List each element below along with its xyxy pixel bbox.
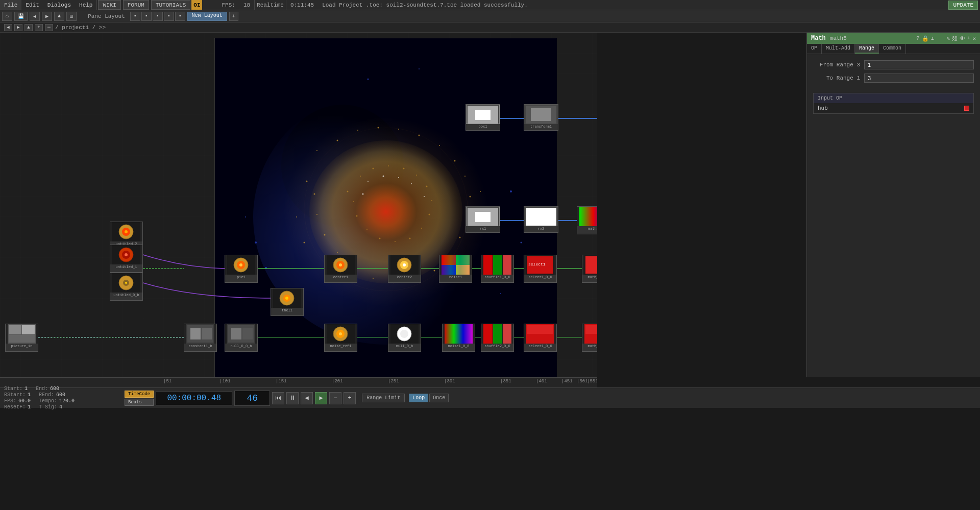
node-transform1[interactable]: transform1 — [524, 104, 558, 131]
breadcrumb-menu[interactable]: ⋯ — [45, 24, 53, 31]
loop-button[interactable]: Loop — [409, 394, 428, 402]
lock-icon[interactable]: 🔒 — [922, 35, 929, 42]
node-shuffle1[interactable]: shuffle1_0_0 — [481, 255, 514, 283]
panel-tabs: OP Mult-Add Range Common — [807, 44, 980, 54]
tab-common[interactable]: Common — [879, 44, 906, 54]
node-null2[interactable]: null_0_b — [388, 324, 421, 352]
close-icon[interactable]: ✕ — [972, 35, 976, 42]
layout-btn-1[interactable]: ▪ — [130, 12, 140, 21]
node-center2[interactable]: center2 — [388, 255, 421, 283]
svg-rect-143 — [503, 324, 511, 344]
svg-rect-132 — [242, 328, 253, 339]
breadcrumb-back[interactable]: ◀ — [4, 24, 12, 31]
node-center1[interactable]: center1 — [324, 255, 357, 283]
layout-btn-5[interactable]: ▪ — [175, 12, 185, 21]
node-theli[interactable]: theli — [271, 288, 304, 316]
node-noise3[interactable]: noise1_0_0 — [442, 324, 475, 352]
menu-file[interactable]: File — [0, 0, 21, 10]
plus-button[interactable]: + — [344, 392, 356, 404]
toolbar-save-btn[interactable]: 💾 — [14, 12, 28, 21]
once-button[interactable]: Once — [429, 394, 449, 402]
toolbar-up[interactable]: ▲ — [54, 12, 64, 21]
node-noise2[interactable]: noise_ref1 — [324, 324, 357, 352]
tab-mult-add[interactable]: Mult-Add — [822, 44, 855, 54]
range-limit-label: Range Limit — [362, 394, 405, 402]
new-layout-button[interactable]: New Layout — [187, 12, 227, 21]
node-picture[interactable]: picture_in — [5, 324, 38, 352]
svg-rect-140 — [445, 324, 473, 344]
to-range-input[interactable] — [864, 74, 974, 83]
update-button[interactable]: UPDATE — [948, 1, 978, 10]
rewind-button[interactable]: ⏮ — [272, 392, 284, 404]
node-shuffle2[interactable]: shuffle2_0_0 — [481, 324, 514, 352]
help-icon[interactable]: ? — [916, 35, 920, 42]
menu-edit[interactable]: Edit — [21, 0, 43, 10]
node-null2-label: null_0_b — [388, 344, 421, 349]
breadcrumb-up[interactable]: ▲ — [24, 24, 33, 31]
svg-point-65 — [368, 181, 369, 182]
node-null1[interactable]: null_0_0_b — [225, 324, 258, 352]
pause-button[interactable]: ⏸ — [286, 392, 299, 404]
ruler-mark-301: |301 — [444, 379, 455, 384]
node-math3[interactable]: math1 — [577, 206, 597, 234]
node-rx1[interactable]: rx1 — [465, 206, 500, 233]
back-frame-button[interactable]: ◀ — [301, 392, 313, 404]
timecode-mode-button[interactable]: TimeCode — [125, 391, 154, 398]
info-icon[interactable]: i — [931, 35, 935, 42]
svg-point-56 — [431, 200, 432, 201]
svg-point-139 — [400, 330, 408, 338]
svg-point-156 — [285, 297, 288, 300]
breadcrumb-forward[interactable]: ▶ — [14, 24, 22, 31]
panel-content: From Range 3 To Range 1 Input OP hub — [807, 54, 980, 120]
node-untitled0[interactable]: untitled_0_b — [110, 273, 143, 301]
menu-oi[interactable]: OI — [191, 0, 202, 10]
node-box1[interactable]: box1 — [465, 104, 500, 131]
svg-point-70 — [424, 196, 425, 197]
panel-header: Math math5 ? 🔒 i ✎ ⛓ 👁 + ✕ — [807, 33, 980, 44]
toolbar-nav-back[interactable]: ◀ — [30, 12, 40, 21]
toolbar-home-btn[interactable]: ⌂ — [2, 12, 12, 21]
tab-range[interactable]: Range — [855, 44, 879, 54]
from-range-input[interactable] — [864, 60, 974, 69]
node-pic1-label: pic1 — [225, 275, 257, 280]
node-constant1[interactable]: constant1_b — [184, 324, 217, 352]
svg-point-22 — [306, 181, 308, 182]
rstart-label: RStart: — [4, 392, 26, 398]
toolbar-nav-forward[interactable]: ▶ — [42, 12, 52, 21]
breadcrumb-add[interactable]: + — [35, 24, 43, 31]
add-layout-button[interactable]: + — [229, 12, 238, 21]
node-math1[interactable]: math_0_1_0 — [582, 255, 597, 283]
node-math2[interactable]: math_0_1_0 — [582, 324, 597, 352]
node-rx2-label: rx2 — [524, 226, 558, 231]
node-rx2[interactable]: rx2 — [524, 206, 558, 233]
add-icon[interactable]: + — [967, 35, 971, 42]
menu-dialogs[interactable]: Dialogs — [43, 0, 75, 10]
layout-btn-2[interactable]: ▪ — [141, 12, 152, 21]
beats-mode-button[interactable]: Beats — [125, 399, 154, 406]
svg-point-66 — [383, 176, 384, 177]
node-select2-label: select1_0_0 — [524, 344, 556, 349]
layout-btn-3[interactable]: ▪ — [153, 12, 163, 21]
eye-icon[interactable]: 👁 — [960, 35, 965, 42]
menu-tutorials[interactable]: TUTORIALS — [151, 0, 190, 10]
svg-point-51 — [373, 168, 374, 169]
ruler-mark-501: |501 — [577, 379, 588, 384]
node-pic1[interactable]: pic1 — [225, 255, 258, 283]
node-noise1[interactable]: noise1 — [439, 255, 472, 283]
layout-btn-4[interactable]: ▪ — [164, 12, 174, 21]
link-icon[interactable]: ⛓ — [952, 35, 958, 42]
menu-forum[interactable]: FORUM — [123, 0, 149, 10]
main-canvas[interactable]: box1 transform1 rx1 rx2 untitled_2 — [0, 33, 597, 377]
ruler-mark-451: |451 — [561, 379, 573, 384]
node-select1-label: select1_0_0 — [524, 275, 556, 280]
menu-help[interactable]: Help — [75, 0, 96, 10]
node-select2[interactable]: select1_0_0 — [524, 324, 557, 352]
node-untitled1[interactable]: untitled_1 — [110, 245, 143, 273]
tab-op[interactable]: OP — [807, 44, 822, 54]
edit-icon[interactable]: ✎ — [946, 35, 950, 42]
minus-button[interactable]: − — [329, 392, 341, 404]
node-select1[interactable]: select1 select1_0_0 — [524, 255, 557, 283]
menu-wiki[interactable]: WIKI — [98, 0, 120, 10]
play-button[interactable]: ▶ — [315, 392, 327, 404]
toolbar-grid[interactable]: ⊞ — [66, 12, 77, 21]
